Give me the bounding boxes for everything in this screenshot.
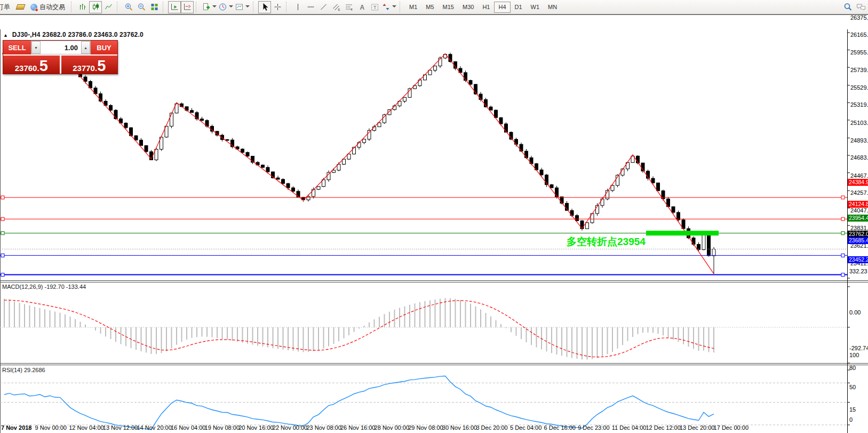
vertical-line-tool-button[interactable] — [291, 1, 304, 13]
candle-body — [89, 81, 92, 88]
timeframe-button-m15[interactable]: M15 — [439, 2, 458, 13]
candle-body — [428, 70, 432, 75]
candle-body — [657, 183, 660, 191]
candle-body — [241, 149, 244, 152]
candle-body — [641, 163, 644, 171]
macd-indicator-label: MACD(12,26,9) -192.70 -133.44 — [2, 284, 86, 290]
horizontal-line-tool-button[interactable] — [304, 1, 317, 13]
price-tick-label: 25529.0 — [850, 84, 868, 91]
fibonacci-tool-button[interactable]: F — [343, 1, 355, 13]
search-button[interactable] — [841, 1, 854, 13]
candle-body — [606, 191, 609, 199]
autotrading-button[interactable]: 自动交易 — [27, 1, 69, 13]
cursor-button[interactable] — [258, 1, 271, 13]
candle-body — [621, 169, 624, 175]
candle-body — [266, 168, 269, 172]
date-axis-label: 9 Dec 23:00 — [578, 424, 609, 431]
rsi-layer — [0, 376, 847, 429]
candle-body — [312, 190, 315, 196]
indicators-button[interactable] — [201, 1, 218, 13]
rsi-axis-label: 0 — [849, 416, 853, 423]
buy-button[interactable]: BUY — [91, 41, 117, 54]
dropdown-arrow-icon[interactable] — [244, 3, 250, 11]
candle-body — [104, 101, 107, 106]
date-axis-label: 6 Dec 16:00 — [544, 424, 576, 431]
candle-body — [155, 149, 158, 160]
volume-up-button[interactable]: ▴ — [81, 41, 90, 54]
timeframe-button-w1[interactable]: W1 — [527, 2, 544, 13]
toolbar: 订单 自动交易 — [0, 0, 868, 14]
pivot-annotation-text[interactable]: 多空转折点23954 — [567, 235, 646, 249]
timeframe-button-m1[interactable]: M1 — [405, 2, 421, 13]
date-axis-label: 30 Nov 16:00 — [442, 424, 477, 431]
line-handle[interactable] — [841, 232, 845, 235]
candle-body — [145, 146, 148, 152]
chat-button[interactable] — [854, 1, 867, 13]
bar-chart-button[interactable] — [76, 1, 89, 13]
dropdown-arrow-icon[interactable] — [227, 3, 234, 11]
pivot-highlight-bar[interactable] — [646, 231, 719, 235]
chart-shift-button[interactable] — [181, 1, 194, 13]
candle-body — [363, 139, 366, 143]
chart-window[interactable]: ▲ DJ30-,H4 23682.0 23786.0 23463.0 23762… — [0, 14, 868, 433]
trendline-tool-button[interactable] — [317, 1, 330, 13]
periods-button[interactable] — [218, 1, 234, 13]
candlestick-icon — [91, 3, 100, 11]
timeframe-button-m30[interactable]: M30 — [458, 2, 478, 13]
price-tick-label: 25103.0 — [850, 120, 868, 126]
candle-body — [576, 216, 579, 221]
zoom-out-button[interactable] — [135, 1, 148, 13]
candle-body — [454, 61, 457, 68]
new-order-button[interactable]: 订单 — [0, 1, 14, 13]
dropdown-arrow-icon[interactable] — [211, 3, 217, 11]
line-handle[interactable] — [1, 232, 4, 235]
sell-button[interactable]: SELL — [3, 41, 31, 54]
candlestick-chart-button[interactable] — [89, 1, 102, 13]
candle-body — [226, 139, 229, 140]
channel-tool-button[interactable]: E — [330, 1, 343, 13]
crosshair-button[interactable] — [271, 1, 284, 13]
candle-body — [611, 185, 614, 191]
candle-body — [520, 144, 523, 151]
line-handle[interactable] — [841, 217, 845, 221]
volume-down-button[interactable]: ▾ — [31, 41, 41, 54]
line-handle[interactable] — [1, 217, 4, 221]
candle-body — [347, 154, 351, 159]
gold-bar-button[interactable] — [14, 1, 27, 13]
zoom-in-button[interactable] — [122, 1, 135, 13]
candle-body — [84, 77, 87, 81]
candle-body — [525, 151, 528, 158]
line-handle[interactable] — [841, 273, 845, 277]
collapse-arrow-icon[interactable]: ▲ — [3, 33, 8, 38]
templates-button[interactable] — [234, 1, 251, 13]
arrows-tool-button[interactable] — [381, 1, 397, 13]
toolbar-separator — [286, 2, 290, 12]
line-handle[interactable] — [841, 196, 845, 199]
timeframe-button-mn[interactable]: MN — [544, 2, 561, 13]
text-label-tool-button[interactable]: T — [368, 1, 381, 13]
line-chart-button[interactable] — [102, 1, 115, 13]
text-tool-button[interactable]: A — [355, 1, 368, 13]
candle-body — [251, 156, 254, 162]
timeframe-button-h4[interactable]: H4 — [494, 2, 510, 13]
timeframe-button-h1[interactable]: H1 — [478, 2, 494, 13]
candle-body — [130, 128, 133, 136]
sell-price-button[interactable]: 23760.5 — [3, 56, 60, 74]
auto-scroll-button[interactable] — [168, 1, 181, 13]
line-handle[interactable] — [1, 196, 4, 199]
tile-windows-button[interactable] — [148, 1, 161, 13]
price-tick-label: 24257.0 — [850, 190, 868, 196]
volume-input[interactable] — [41, 41, 81, 54]
auto-scroll-icon — [170, 3, 179, 11]
dropdown-arrow-icon[interactable] — [391, 3, 397, 11]
timeframe-button-m5[interactable]: M5 — [421, 2, 438, 13]
candle-body — [327, 172, 330, 180]
buy-price-button[interactable]: 23770.5 — [61, 56, 118, 74]
line-handle[interactable] — [841, 254, 845, 257]
timeframe-button-d1[interactable]: D1 — [511, 2, 527, 13]
arrows-icon — [381, 3, 391, 11]
line-handle[interactable] — [1, 254, 4, 257]
candle-body — [292, 188, 295, 191]
line-handle[interactable] — [1, 273, 4, 277]
candle-body — [337, 164, 340, 170]
